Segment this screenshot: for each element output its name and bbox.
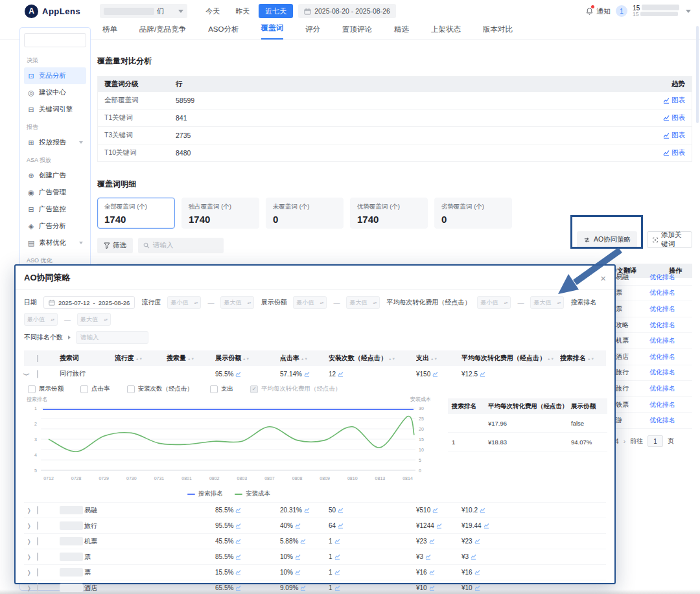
avatar[interactable]: 1 [616,5,627,17]
sidebar-item[interactable]: ⊞ 投放报告 [24,134,86,151]
trend-icon[interactable] [304,371,310,377]
popularity-max-input[interactable]: 最大值▴▾ [220,296,254,309]
trend-icon[interactable] [480,507,485,513]
stepper-icons[interactable]: ▴▾ [194,302,198,304]
series-checkbox[interactable] [80,385,88,393]
col-header[interactable]: 展示份额▲▼ [215,354,280,363]
series-toggle[interactable]: 展示份额 [28,385,64,393]
col-header[interactable]: 点击率▲▼ [280,354,329,363]
trend-icon[interactable] [338,371,344,377]
share-max-input[interactable]: 最大值▴▾ [346,296,380,309]
notifications-button[interactable]: 通知 [585,6,611,16]
rank-max-input[interactable]: 最大值▴▾ [77,313,111,326]
trend-icon[interactable] [484,523,489,529]
modal-date-range-picker[interactable]: 2025-07-12 - 2025-08-26 [43,296,135,309]
tab[interactable]: 版本对比 [483,25,513,40]
collapse-row-icon[interactable]: ❭ [23,372,30,377]
stepper-icons[interactable]: ▴▾ [504,302,508,304]
row-checkbox[interactable] [37,584,38,592]
series-checkbox[interactable] [250,385,258,393]
optimize-rank-link[interactable]: 优化排名 [649,384,675,393]
stat-card[interactable]: 独占覆盖词 (个) 1740 [181,198,259,229]
modal-select-all-checkbox[interactable] [37,355,38,362]
trend-icon[interactable] [474,569,480,575]
stepper-icons[interactable]: ▴▾ [104,319,108,321]
trend-icon[interactable] [334,538,340,544]
trend-icon[interactable] [304,507,310,513]
stepper-icons[interactable]: ▴▾ [557,302,561,304]
trend-icon[interactable] [334,554,340,560]
trend-icon[interactable] [235,538,241,544]
sidebar-item[interactable]: ▤ 素材优化 [24,234,86,251]
user-menu-chevron-icon[interactable] [686,10,691,13]
add-keyword-button[interactable]: 添加关键词 [647,231,692,248]
share-min-input[interactable]: 最小值▴▾ [293,296,327,309]
row-checkbox[interactable] [37,506,38,514]
trend-icon[interactable] [436,523,442,529]
date-range-picker[interactable]: 2025-08-20 - 2025-08-26 [298,4,396,18]
col-header[interactable]: 搜索量▲▼ [167,354,215,363]
trend-icon[interactable] [235,569,241,575]
trend-icon[interactable] [295,569,301,575]
expand-row-icon[interactable]: ❭ [24,569,32,576]
yesterday-button[interactable]: 昨天 [229,4,256,18]
chart-link[interactable]: 图表 [663,113,685,122]
trend-icon[interactable] [235,507,241,513]
chart-link[interactable]: 图表 [663,96,685,105]
series-toggle[interactable]: 安装次数（经点击） [127,385,194,393]
close-icon[interactable]: × [600,273,606,283]
series-toggle[interactable]: 平均每次转化费用（经点击） [250,385,342,393]
series-checkbox[interactable] [127,385,135,393]
optimize-rank-link[interactable]: 优化排名 [649,304,675,314]
series-checkbox[interactable] [210,385,218,393]
sidebar-item[interactable]: ⊟ 广告监控 [24,201,86,218]
tab[interactable]: 榜单 [102,25,117,40]
trend-icon[interactable] [432,371,438,377]
trend-icon[interactable] [334,585,340,591]
trend-icon[interactable] [480,371,485,377]
trend-icon[interactable] [429,569,435,575]
optimize-rank-link[interactable]: 优化排名 [649,368,675,377]
trend-icon[interactable] [432,507,438,513]
tab[interactable]: 品牌/竞品竞争 [139,25,186,40]
trend-icon[interactable] [429,538,435,544]
sidebar-item[interactable]: ◎ 建议中心 [24,84,86,101]
expand-row-icon[interactable]: ❭ [24,585,32,591]
series-toggle[interactable]: 点击率 [80,385,110,393]
sidebar-item[interactable]: ⊡ 竞品分析 [24,67,86,84]
sidebar-item[interactable]: ⊟ 关键词引擎 [24,101,86,118]
row-checkbox[interactable] [37,370,38,378]
trend-icon[interactable] [300,538,306,544]
trend-icon[interactable] [295,523,301,529]
sidebar-item[interactable]: ◉ 广告管理 [24,184,86,201]
stat-card[interactable]: 未覆盖词 (个) 0 [266,198,344,229]
trend-icon[interactable] [235,585,241,591]
row-checkbox[interactable] [37,553,38,561]
stepper-icons[interactable]: ▴▾ [248,302,251,304]
optimize-rank-link[interactable]: 优化排名 [649,336,675,345]
app-selector-dropdown[interactable]: 们 [100,4,187,18]
sidebar-item[interactable]: ⊕ 创建广告 [24,167,86,184]
tab[interactable]: 置顶评论 [342,25,372,40]
tab[interactable]: 精选 [394,25,409,40]
today-button[interactable]: 今天 [199,4,226,18]
expand-row-icon[interactable]: ❭ [24,554,32,560]
next-page-icon[interactable]: › [624,438,625,445]
stepper-icons[interactable]: ▴▾ [320,302,324,304]
row-checkbox[interactable] [37,537,38,545]
stat-card[interactable]: 优势覆盖词 (个) 1740 [350,198,428,229]
optimize-rank-link[interactable]: 优化排名 [649,321,675,330]
stat-card[interactable]: 全部覆盖词 (个) 1740 [97,198,175,229]
tab[interactable]: 覆盖词 [261,23,284,40]
search-input[interactable]: 请输入 [138,238,224,253]
optimize-rank-link[interactable]: 优化排名 [649,288,675,297]
row-checkbox[interactable] [37,521,38,530]
trend-icon[interactable] [474,538,480,544]
col-header[interactable]: 流行度▲▼ [115,354,167,363]
trend-icon[interactable] [334,569,340,575]
chevron-right-icon[interactable] [68,336,71,339]
col-header[interactable]: 搜索排名▲▼ [560,354,607,363]
last7days-button[interactable]: 近七天 [259,4,293,18]
user-chip[interactable]: 15 15 [633,5,679,17]
trend-icon[interactable] [300,585,306,591]
